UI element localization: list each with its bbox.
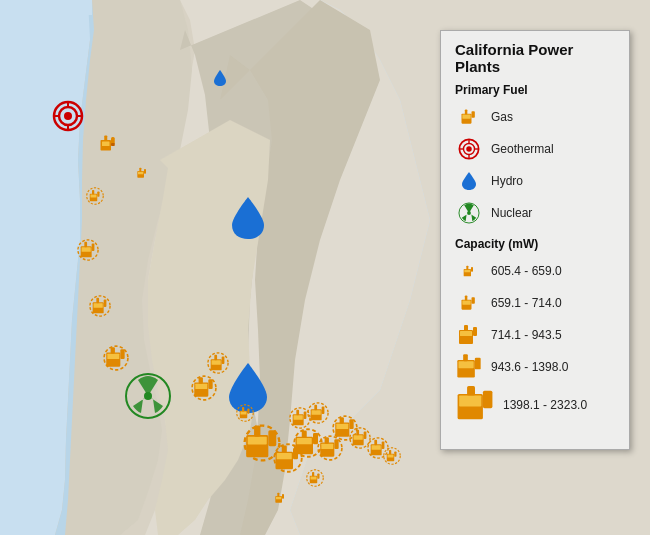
svg-rect-24 xyxy=(84,242,87,248)
svg-rect-129 xyxy=(466,266,468,270)
svg-rect-20 xyxy=(97,192,99,197)
svg-point-4 xyxy=(64,112,72,120)
legend-gas-label: Gas xyxy=(491,110,513,124)
svg-rect-113 xyxy=(144,169,146,174)
legend-cap-label-5: 1398.1 - 2323.0 xyxy=(503,398,587,412)
svg-rect-68 xyxy=(294,415,303,420)
legend-panel: California Power Plants Primary Fuel Gas xyxy=(440,30,630,450)
legend-cap-icon-3 xyxy=(455,321,483,349)
svg-rect-69 xyxy=(296,410,299,416)
svg-rect-30 xyxy=(104,300,107,307)
svg-rect-29 xyxy=(96,298,99,304)
svg-rect-136 xyxy=(460,331,472,336)
svg-rect-112 xyxy=(139,168,141,172)
svg-rect-144 xyxy=(459,396,481,407)
svg-rect-48 xyxy=(248,437,267,445)
legend-capacity-section: Capacity (mW) 605.4 - 659.0 xyxy=(455,237,615,425)
legend-hydro-icon xyxy=(455,167,483,195)
svg-rect-107 xyxy=(241,412,247,415)
legend-cap-label-1: 605.4 - 659.0 xyxy=(491,264,562,278)
svg-rect-85 xyxy=(364,432,367,439)
svg-rect-142 xyxy=(475,358,481,370)
legend-geo-icon xyxy=(455,135,483,163)
svg-rect-130 xyxy=(471,267,473,272)
svg-rect-38 xyxy=(195,384,207,389)
legend-gas-item: Gas xyxy=(455,103,615,131)
gas-marker-17 xyxy=(306,469,324,491)
hydro-marker-small xyxy=(213,69,227,91)
svg-rect-100 xyxy=(317,474,319,479)
gas-marker-6 xyxy=(191,375,217,405)
svg-rect-44 xyxy=(214,355,217,361)
svg-rect-128 xyxy=(464,270,470,273)
svg-rect-141 xyxy=(463,354,468,361)
legend-cap-1: 605.4 - 659.0 xyxy=(455,257,615,285)
svg-rect-74 xyxy=(314,405,317,411)
svg-rect-98 xyxy=(311,477,317,480)
legend-cap-2: 659.1 - 714.0 xyxy=(455,289,615,317)
gas-marker-18 xyxy=(272,490,288,510)
legend-hydro-label: Hydro xyxy=(491,174,523,188)
svg-rect-1 xyxy=(0,0,92,15)
svg-rect-40 xyxy=(208,379,212,389)
legend-cap-4: 943.6 - 1398.0 xyxy=(455,353,615,381)
svg-rect-94 xyxy=(389,450,391,455)
svg-rect-13 xyxy=(104,136,107,141)
svg-rect-34 xyxy=(111,347,115,354)
svg-rect-23 xyxy=(82,247,91,252)
svg-rect-54 xyxy=(282,446,287,454)
svg-rect-12 xyxy=(102,142,110,147)
svg-rect-73 xyxy=(312,410,321,415)
svg-rect-78 xyxy=(336,424,348,429)
svg-rect-99 xyxy=(312,472,314,477)
svg-rect-64 xyxy=(325,437,329,444)
svg-rect-117 xyxy=(472,111,475,118)
gas-marker-20 xyxy=(134,165,150,185)
legend-cap-5: 1398.1 - 2323.0 xyxy=(455,385,615,425)
geo-marker-1 xyxy=(52,100,84,136)
legend-cap-label-4: 943.6 - 1398.0 xyxy=(491,360,568,374)
svg-rect-146 xyxy=(483,391,493,408)
legend-capacity-heading: Capacity (mW) xyxy=(455,237,615,251)
legend-title: California Power Plants xyxy=(455,41,615,75)
legend-gas-icon xyxy=(455,103,483,131)
legend-nuclear-label: Nuclear xyxy=(491,206,532,220)
legend-cap-icon-2 xyxy=(455,289,483,317)
svg-rect-134 xyxy=(472,297,475,304)
svg-rect-111 xyxy=(138,172,143,175)
gas-marker-2 xyxy=(86,187,104,209)
svg-point-120 xyxy=(466,146,472,152)
svg-rect-138 xyxy=(473,327,477,336)
legend-hydro-item: Hydro xyxy=(455,167,615,195)
svg-rect-75 xyxy=(322,407,325,414)
svg-rect-89 xyxy=(374,440,377,446)
svg-rect-28 xyxy=(94,303,103,308)
gas-marker-1 xyxy=(99,134,117,156)
svg-rect-104 xyxy=(282,494,284,499)
svg-rect-35 xyxy=(120,349,124,359)
legend-cap-label-3: 714.1 - 943.5 xyxy=(491,328,562,342)
svg-rect-88 xyxy=(372,445,381,450)
svg-rect-79 xyxy=(340,417,344,424)
svg-rect-58 xyxy=(297,438,312,444)
legend-geo-item: Geothermal xyxy=(455,135,615,163)
svg-rect-53 xyxy=(277,453,292,459)
legend-cap-label-2: 659.1 - 714.0 xyxy=(491,296,562,310)
legend-primary-fuel-section: Primary Fuel Gas xyxy=(455,83,615,227)
legend-cap-3: 714.1 - 943.5 xyxy=(455,321,615,349)
svg-rect-115 xyxy=(462,115,470,119)
gas-marker-16 xyxy=(383,447,401,469)
svg-rect-25 xyxy=(92,244,95,251)
svg-rect-43 xyxy=(212,360,221,365)
svg-rect-49 xyxy=(254,426,260,437)
svg-rect-39 xyxy=(199,377,203,384)
legend-cap-icon-1 xyxy=(455,257,483,285)
svg-rect-45 xyxy=(222,357,225,364)
svg-rect-70 xyxy=(304,412,307,419)
svg-rect-83 xyxy=(354,435,363,440)
legend-primary-fuel-heading: Primary Fuel xyxy=(455,83,615,97)
svg-rect-33 xyxy=(107,354,119,359)
svg-rect-95 xyxy=(394,452,396,457)
svg-rect-140 xyxy=(459,361,474,368)
svg-rect-93 xyxy=(388,455,394,458)
